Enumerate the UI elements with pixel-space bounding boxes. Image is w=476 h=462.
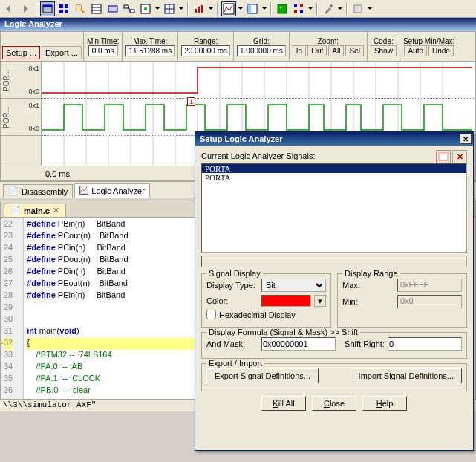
serial-icon[interactable] <box>122 1 137 16</box>
reset-icon[interactable] <box>351 1 365 16</box>
legend: Signal Display <box>206 269 263 278</box>
zoom-label: Zoom: <box>318 37 339 45</box>
display-type-label: Display Type: <box>206 281 258 290</box>
signals-listbox[interactable]: PORTA PORTA <box>201 163 467 253</box>
min-time-label: Min Time: <box>87 37 119 45</box>
logic-analyzer-title: Logic Analyzer <box>0 18 476 31</box>
range-value: 20.00000 ms <box>181 45 230 56</box>
max-input: 0xFFFF <box>397 279 462 292</box>
watch-icon[interactable] <box>162 1 177 16</box>
svg-rect-27 <box>248 4 251 13</box>
close-icon[interactable]: ✕ <box>53 206 59 215</box>
svg-rect-24 <box>201 5 203 13</box>
setup-logic-analyzer-dialog: Setup Logic Analyzer✕ ✕ Current Logic An… <box>195 131 474 451</box>
shift-right-input[interactable] <box>388 337 462 351</box>
y-tick: 0x1 <box>28 102 39 109</box>
list-item[interactable]: PORTA <box>202 164 466 173</box>
dropdown-icon[interactable] <box>261 1 267 16</box>
auto-button[interactable]: Auto <box>404 45 427 56</box>
zoom-out-button[interactable]: Out <box>307 45 327 56</box>
min-input: 0x0 <box>397 295 462 308</box>
max-time-value: 11.51288 ms <box>125 45 175 56</box>
plot-icon <box>79 186 88 196</box>
dialog-titlebar[interactable]: Setup Logic Analyzer✕ <box>195 132 473 146</box>
find-icon[interactable] <box>73 1 88 16</box>
code-show-button[interactable]: Show <box>371 45 397 56</box>
cursor-marker[interactable]: 1 <box>187 97 195 106</box>
svg-rect-10 <box>92 4 101 13</box>
line-gutter: 22232425262728293031➪3233343536 <box>1 218 24 399</box>
tile-icon[interactable] <box>56 1 71 16</box>
and-mask-label: And Mask: <box>206 339 258 348</box>
zoom-all-button[interactable]: All <box>328 45 344 56</box>
y-tick: 0x0 <box>28 125 39 132</box>
dropdown-icon[interactable] <box>337 1 343 16</box>
dropdown-icon[interactable] <box>367 1 373 16</box>
dropdown-icon[interactable] <box>208 1 214 16</box>
analysis-icon[interactable] <box>138 1 153 16</box>
back-icon[interactable] <box>1 1 16 16</box>
svg-rect-13 <box>108 6 117 12</box>
tab-logic-analyzer[interactable]: Logic Analyzer <box>74 183 150 198</box>
setup-minmax-label: Setup Min/Max: <box>403 37 454 45</box>
help-button[interactable]: Help <box>362 396 407 411</box>
memory-icon[interactable] <box>105 1 120 16</box>
close-button[interactable]: Close <box>312 396 356 411</box>
shift-right-label: Shift Right: <box>345 339 385 348</box>
color-label: Color: <box>206 296 258 305</box>
registers-icon[interactable] <box>89 1 104 16</box>
svg-rect-31 <box>300 4 303 7</box>
svg-point-34 <box>330 4 333 7</box>
graph-icon[interactable] <box>192 1 206 16</box>
signal-display-group: Signal Display Display Type:Bit Color:▾ … <box>201 273 331 328</box>
display-type-select[interactable]: Bit <box>261 279 326 292</box>
svg-rect-7 <box>65 10 68 13</box>
svg-rect-15 <box>130 10 134 13</box>
svg-rect-32 <box>294 10 297 13</box>
seq-icon[interactable] <box>291 1 306 16</box>
zoom-sel-button[interactable]: Sel <box>345 45 363 56</box>
dropdown-icon[interactable] <box>154 1 160 16</box>
delete-signal-icon[interactable]: ✕ <box>452 150 467 163</box>
display-formula-group: Display Formula (Signal & Mask) >> Shift… <box>201 332 467 359</box>
legend: Display Range <box>342 269 400 278</box>
svg-marker-1 <box>24 5 28 13</box>
svg-line-16 <box>128 7 130 11</box>
dropdown-icon[interactable] <box>178 1 184 16</box>
horizontal-scrollbar[interactable] <box>201 256 467 267</box>
hex-display-checkbox[interactable] <box>206 310 216 319</box>
color-picker-button[interactable]: ▾ <box>314 295 326 307</box>
plot-icon[interactable] <box>221 1 236 16</box>
layout-icon[interactable] <box>245 1 260 16</box>
display-range-group: Display Range Max:0xFFFF Min:0x0 <box>337 273 467 328</box>
svg-point-29 <box>280 6 282 8</box>
svg-line-9 <box>81 10 84 13</box>
undo-button[interactable]: Undo <box>428 45 454 56</box>
editor-tab-main[interactable]: 📄main.c✕ <box>4 204 66 217</box>
tab-disassembly[interactable]: 📄Disassembly <box>3 184 73 198</box>
legend: Export / Import <box>206 359 264 368</box>
setup-button[interactable]: Setup ... <box>2 46 40 59</box>
image-icon[interactable] <box>275 1 290 16</box>
svg-rect-28 <box>278 4 287 13</box>
disassembly-icon: 📄 <box>8 186 19 196</box>
kill-all-button[interactable]: Kill All <box>261 396 306 411</box>
dropdown-icon[interactable] <box>307 1 313 16</box>
close-icon[interactable]: ✕ <box>460 134 472 144</box>
export-signal-defs-button[interactable]: Export Signal Definitions... <box>206 368 319 383</box>
max-label: Max: <box>342 281 394 290</box>
and-mask-input[interactable] <box>261 337 336 351</box>
export-button[interactable]: Export ... <box>42 46 82 59</box>
max-time-label: Max Time: <box>133 37 167 45</box>
signal-name: POR... <box>2 68 10 91</box>
zoom-in-button[interactable]: In <box>293 45 306 56</box>
svg-rect-5 <box>65 4 68 8</box>
list-item[interactable]: PORTA <box>202 173 466 182</box>
svg-rect-22 <box>195 9 197 13</box>
dropdown-icon[interactable] <box>238 1 244 16</box>
new-signal-icon[interactable] <box>436 150 451 163</box>
window-icon[interactable] <box>40 1 55 16</box>
tools-icon[interactable] <box>321 1 336 16</box>
import-signal-defs-button[interactable]: Import Signal Definitions... <box>351 368 462 383</box>
forward-icon[interactable] <box>18 1 33 16</box>
